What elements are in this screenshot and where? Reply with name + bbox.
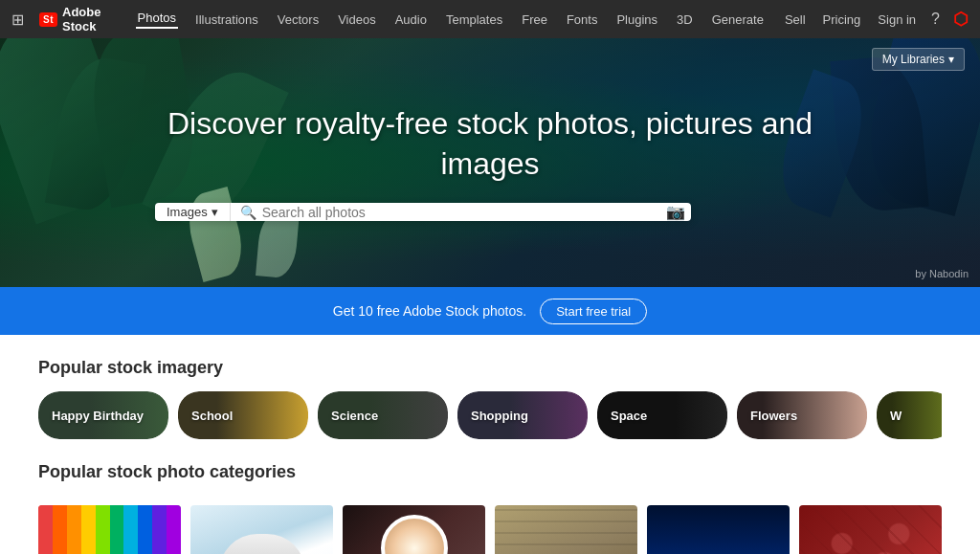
chip-label: W (877, 409, 902, 423)
hero-content: Discover royalty-free stock photos, pict… (136, 104, 844, 221)
chip-next[interactable]: W (877, 391, 942, 439)
nav-signin[interactable]: Sign in (876, 12, 918, 27)
nav-videos[interactable]: Videos (336, 12, 378, 27)
stripe-cyan (123, 505, 138, 554)
chip-label: Space (597, 409, 647, 423)
adobe-icon[interactable]: ⬡ (953, 9, 969, 30)
chip-space[interactable]: Space (597, 391, 727, 439)
search-input-wrap: 🔍 (231, 203, 666, 221)
stripes-decoration (38, 505, 181, 554)
nav-generate[interactable]: Generate (710, 12, 766, 27)
category-thumb-5[interactable] (799, 505, 942, 554)
banner-text: Get 10 free Adobe Stock photos. (333, 303, 526, 319)
my-libraries-label: My Libraries (882, 53, 945, 66)
nav-3d[interactable]: 3D (675, 12, 695, 27)
thumb-1-shape (219, 534, 305, 554)
chevron-down-icon: ▾ (948, 53, 954, 66)
popular-imagery-row: Happy Birthday School Science Shopping S… (38, 391, 942, 439)
nav-plugins[interactable]: Plugins (614, 12, 659, 27)
top-navigation: ⊞ St Adobe Stock Photos Illustrations Ve… (0, 0, 980, 38)
stripe-yellow (81, 505, 96, 554)
search-bar: Images ▾ 🔍 📷 (155, 203, 691, 221)
search-type-label: Images (167, 205, 208, 219)
stripe-lime (96, 505, 110, 554)
chip-label: Shopping (457, 409, 528, 423)
nav-vectors[interactable]: Vectors (276, 12, 321, 27)
chevron-down-icon: ▾ (212, 205, 218, 219)
photo-credit: by Nabodin (915, 268, 969, 279)
nav-free[interactable]: Free (520, 12, 549, 27)
search-input[interactable] (262, 205, 657, 220)
nav-templates[interactable]: Templates (444, 12, 504, 27)
chip-label: Happy Birthday (38, 409, 144, 423)
chip-flowers[interactable]: Flowers (737, 391, 867, 439)
thumb-3-texture (495, 505, 637, 554)
nav-photos[interactable]: Photos (136, 11, 178, 29)
chip-label: School (178, 409, 233, 423)
camera-search-icon[interactable]: 📷 (666, 203, 691, 221)
start-free-trial-button[interactable]: Start free trial (540, 299, 647, 324)
thumb-2-face (381, 515, 448, 554)
nav-left: ⊞ St Adobe Stock Photos Illustrations Ve… (11, 5, 766, 33)
chip-school[interactable]: School (178, 391, 308, 439)
brand-badge: St (39, 12, 57, 27)
category-thumb-0[interactable] (38, 505, 181, 554)
stripe-orange-red (53, 505, 67, 554)
stripe-red (38, 505, 53, 554)
grid-icon[interactable]: ⊞ (11, 11, 24, 29)
hero-title: Discover royalty-free stock photos, pict… (155, 104, 825, 184)
stripe-purple (152, 505, 167, 554)
categories-row (38, 505, 942, 554)
nav-sell[interactable]: Sell (783, 12, 808, 27)
thumb-5-overlay (799, 505, 942, 554)
chip-shopping[interactable]: Shopping (457, 391, 588, 439)
nav-audio[interactable]: Audio (393, 12, 429, 27)
my-libraries-button[interactable]: My Libraries ▾ (872, 48, 965, 71)
category-thumb-3[interactable] (495, 505, 637, 554)
nav-pricing[interactable]: Pricing (821, 12, 863, 27)
chip-science[interactable]: Science (318, 391, 448, 439)
help-icon[interactable]: ? (931, 11, 940, 28)
chip-happy-birthday[interactable]: Happy Birthday (38, 391, 168, 439)
stripe-orange (67, 505, 81, 554)
hero-section: My Libraries ▾ Discover royalty-free sto… (0, 38, 980, 287)
stripe-blue (138, 505, 152, 554)
category-thumb-4[interactable] (647, 505, 790, 554)
brand-logo[interactable]: St Adobe Stock (39, 5, 121, 33)
nav-illustrations[interactable]: Illustrations (193, 12, 260, 27)
category-thumb-2[interactable] (343, 505, 485, 554)
popular-imagery-title: Popular stock imagery (38, 335, 942, 391)
free-trial-banner: Get 10 free Adobe Stock photos. Start fr… (0, 287, 980, 335)
search-type-selector[interactable]: Images ▾ (155, 203, 231, 221)
main-content: Popular stock imagery Happy Birthday Sch… (0, 335, 980, 554)
chip-label: Flowers (737, 409, 797, 423)
nav-fonts[interactable]: Fonts (565, 12, 600, 27)
search-icon: 🔍 (240, 205, 256, 220)
brand-name: Adobe Stock (62, 5, 121, 33)
stripe-green (110, 505, 124, 554)
nav-right: Sell Pricing Sign in ? ⬡ (783, 9, 969, 30)
chip-label: Science (318, 409, 378, 423)
category-thumb-1[interactable] (190, 505, 333, 554)
popular-categories-title: Popular stock photo categories (38, 439, 942, 496)
stripe-violet (167, 505, 181, 554)
